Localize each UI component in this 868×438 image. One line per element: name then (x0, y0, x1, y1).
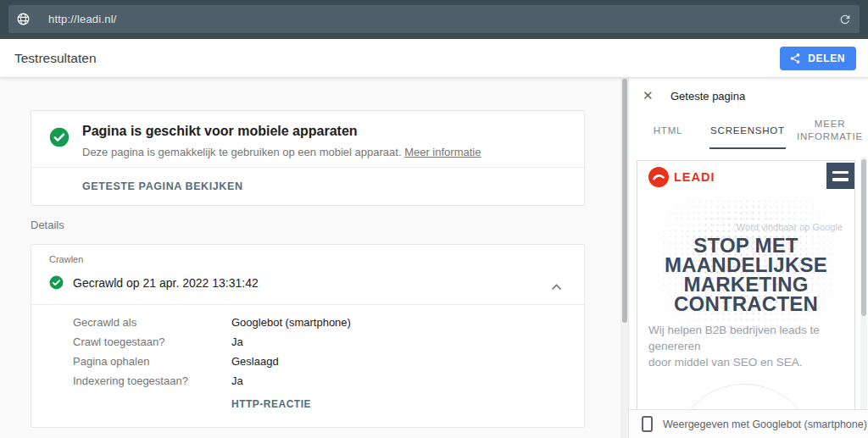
view-tested-page-button[interactable]: GETESTE PAGINA BEKIJKEN (82, 167, 243, 206)
http-response-button[interactable]: HTTP-REACTIE (231, 398, 311, 410)
hamburger-menu-icon (826, 163, 854, 189)
result-card: Pagina is geschikt voor mobiele apparate… (31, 110, 585, 206)
success-check-icon (49, 127, 70, 147)
tab-html[interactable]: HTML (629, 112, 707, 149)
site-logo: LEADI (648, 167, 715, 187)
mobile-friendly-test-page: http://leadi.nl/ Testresultaten DELEN (0, 0, 868, 438)
row-label: Gecrawld als (73, 316, 231, 329)
close-icon[interactable]: ✕ (643, 88, 654, 103)
page-header: Testresultaten DELEN (0, 39, 868, 78)
card-divider (31, 304, 584, 305)
more-info-link[interactable]: Meer informatie (404, 146, 481, 158)
page-title: Testresultaten (14, 51, 97, 66)
tab-more-info[interactable]: MEER INFORMATIE (788, 112, 868, 149)
collapse-chevron-icon[interactable] (551, 279, 562, 294)
crawl-status-row[interactable]: Gecrawld op 21 apr. 2022 13:31:42 (49, 275, 259, 290)
preview-headline: STOP MET MAANDELIJKSE MARKETING CONTRACT… (637, 236, 854, 313)
panel-title: Geteste pagina (670, 90, 745, 103)
preview-body-text: Wij helpen B2B bedrijven leads te genere… (648, 322, 854, 370)
result-subtitle: Deze pagina is gemakkelijk te gebruiken … (82, 146, 481, 158)
crawl-group-label: Crawlen (49, 254, 83, 264)
row-value: Googlebot (smartphone) (231, 316, 351, 329)
table-row: Indexering toegestaan? Ja (73, 371, 351, 391)
crawl-info-table: Gecrawld als Googlebot (smartphone) Craw… (73, 313, 351, 391)
result-subtitle-text: Deze pagina is gemakkelijk te gebruiken … (82, 146, 402, 158)
main-content: Pagina is geschikt voor mobiele apparate… (0, 78, 628, 438)
row-label: Indexering toegestaan? (73, 374, 231, 387)
details-heading: Details (31, 219, 64, 231)
smartphone-icon (642, 416, 653, 432)
panel-footer-text: Weergegeven met Googlebot (smartphone) (663, 419, 867, 430)
row-value: Ja (231, 335, 243, 348)
body-line: door middel van SEO en SEA. (648, 354, 854, 370)
row-label: Pagina ophalen (73, 355, 231, 368)
refresh-icon[interactable] (838, 13, 852, 26)
url-text[interactable]: http://leadi.nl/ (48, 13, 117, 25)
body-line: Wij helpen B2B bedrijven leads te genere… (648, 322, 854, 354)
url-bar[interactable]: http://leadi.nl/ (8, 5, 860, 33)
screenshot-preview: LEADI Word vindbaar op Google STOP MET M… (637, 160, 855, 412)
browser-topbar: http://leadi.nl/ (0, 0, 868, 39)
table-row: Gecrawld als Googlebot (smartphone) (73, 313, 351, 332)
table-row: Pagina ophalen Geslaagd (73, 352, 351, 371)
headline-line: CONTRACTEN (637, 294, 854, 313)
crawl-details-card: Crawlen Gecrawld op 21 apr. 2022 13:31:4… (31, 244, 585, 428)
row-label: Crawl toegestaan? (73, 335, 231, 348)
table-row: Crawl toegestaan? Ja (73, 332, 351, 352)
main-scrollbar-thumb[interactable] (622, 79, 627, 323)
headline-line: MARKETING (637, 274, 854, 294)
share-button[interactable]: DELEN (780, 47, 856, 70)
row-value: Geslaagd (231, 355, 279, 368)
headline-line: MAANDELIJKSE (637, 255, 854, 274)
result-title: Pagina is geschikt voor mobiele apparate… (82, 124, 358, 139)
panel-scrollbar-thumb[interactable] (861, 159, 866, 316)
leadi-logo-text: LEADI (674, 170, 715, 184)
leadi-logo-icon (648, 167, 669, 187)
row-value: Ja (231, 374, 243, 387)
preview-tagline: Word vindbaar op Google (737, 222, 843, 232)
panel-tabs: HTML SCREENSHOT MEER INFORMATIE (629, 112, 868, 149)
headline-line: STOP MET (637, 236, 854, 255)
globe-icon (16, 12, 31, 26)
crawl-status-text: Gecrawld op 21 apr. 2022 13:31:42 (73, 276, 259, 290)
decorative-arc (673, 384, 815, 412)
share-icon (789, 53, 801, 64)
share-button-label: DELEN (808, 53, 845, 64)
panel-footer: Weergegeven met Googlebot (smartphone) (629, 409, 868, 438)
crawl-check-icon (49, 275, 64, 290)
tab-screenshot[interactable]: SCREENSHOT (707, 112, 788, 149)
tested-page-panel: ✕ Geteste pagina HTML SCREENSHOT MEER IN… (628, 78, 868, 438)
